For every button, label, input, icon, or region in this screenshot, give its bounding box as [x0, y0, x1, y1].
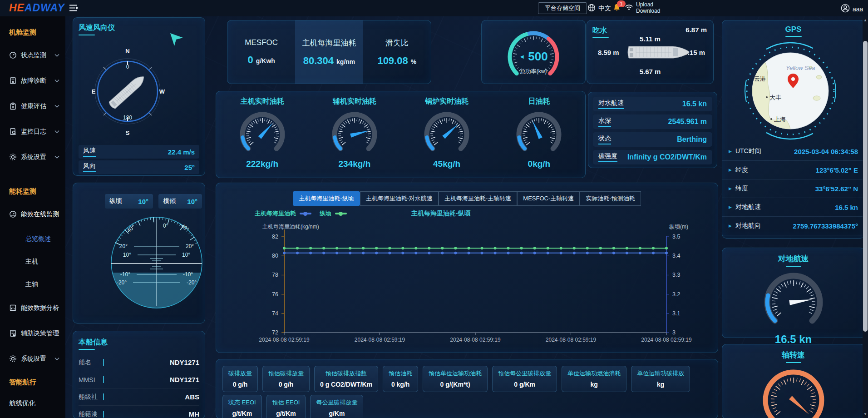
svg-text:76: 76 — [272, 291, 278, 298]
user-menu[interactable]: aaa — [841, 4, 863, 14]
svg-text:3.5: 3.5 — [672, 234, 680, 240]
wind-direction-arrow-icon — [170, 33, 183, 46]
stat-chip-预估每公里碳排放量: 预估每公里碳排放量0 g/Km — [492, 366, 557, 392]
sidebar-subitem-主轴[interactable]: 主轴 — [0, 273, 65, 295]
ship-info-panel: 本船信息 船名NDY1271MMSINDY1271船级社ABS船籍港MH — [73, 331, 205, 418]
svg-text:10°: 10° — [182, 252, 190, 258]
ship-info-row-MMSI: MMSINDY1271 — [79, 371, 199, 388]
wind-compass: N 0 E W 180 S — [73, 31, 205, 147]
page-scrollbar[interactable]: ▲ ▼ — [863, 16, 868, 418]
wind-row-风速: 风速22.4 m/s — [79, 145, 199, 159]
svg-text:3.2: 3.2 — [672, 291, 680, 298]
svg-text:82: 82 — [272, 234, 278, 240]
sidebar-item-能效在线监测[interactable]: 能效在线监测 — [0, 202, 65, 227]
chart-legend: 主机每海里油耗纵顷 — [255, 209, 347, 218]
svg-text:180: 180 — [123, 114, 132, 121]
language-selector[interactable]: 中文 — [587, 4, 611, 13]
svg-text:3.4: 3.4 — [672, 253, 680, 259]
chart-tab-实际油耗-预测油耗[interactable]: 实际油耗-预测油耗 — [580, 191, 641, 206]
chart-tab-MESFOC-主轴转速[interactable]: MESFOC-主轴转速 — [517, 191, 580, 206]
chevron-down-icon — [54, 54, 59, 57]
sidebar-item-故障诊断[interactable]: 故障诊断 — [0, 68, 65, 94]
wifi-icon — [625, 4, 633, 12]
draft-panel-title: 吃水 — [592, 26, 609, 38]
energy-analysis-icon — [9, 304, 17, 312]
gps-row-UTC时间: ▶UTC时间2025-03-04 06:34:58 — [722, 142, 864, 161]
triangle-bullet-icon: ▶ — [729, 149, 732, 154]
sidebar-item-辅助决策管理[interactable]: 辅助决策管理 — [0, 321, 65, 346]
sidebar-item-系统设置[interactable]: 系统设置 — [0, 346, 65, 372]
inclinometer-panel: 纵顷10° 横倾10° 20° 10° -10° -20° 20° — [73, 183, 205, 323]
sidebar-item-系统设置[interactable]: 系统设置 — [0, 144, 65, 170]
nav-info-row-对水航速: 对水航速16.5 kn — [593, 97, 712, 111]
total-power-label: 总功率(kw) — [482, 68, 585, 75]
upload-label: Upload — [636, 1, 660, 8]
svg-text:-10°: -10° — [120, 271, 130, 278]
settings-icon — [9, 355, 17, 363]
compass-s-label: S — [126, 129, 130, 136]
app-logo[interactable]: HEADWAY — [9, 2, 65, 14]
emission-stats-panel: 碳排放量0 g/h预估碳排放量0 g/h预估碳排放指数0 g CO2/DWT/K… — [216, 359, 718, 418]
scroll-down-icon[interactable]: ▼ — [863, 412, 867, 416]
svg-text:大丰: 大丰 — [769, 94, 781, 101]
svg-text:2024-08-08 02:59:19: 2024-08-08 02:59:19 — [641, 337, 692, 343]
draft-panel: 吃水 6.87 m 5.11 m 8.59 m 5.15 m 5.67 m — [587, 20, 714, 84]
sidebar-item-状态监测[interactable]: 状态监测 — [0, 43, 65, 68]
mesfoc-panel: MESFOC0 g/Kwh主机每海里油耗80.304 kg/nm滑失比109.0… — [227, 20, 431, 84]
chart-tab-主机每海里油耗-纵顷[interactable]: 主机每海里油耗-纵顷 — [293, 191, 360, 206]
triangle-bullet-icon: ▶ — [729, 224, 732, 228]
chart-tab-主机每海里油耗-主轴转速[interactable]: 主机每海里油耗-主轴转速 — [439, 191, 517, 206]
shaft-panel-title: 轴转速 — [782, 350, 805, 363]
sidebar-item-健康评估[interactable]: 健康评估 — [0, 94, 65, 119]
svg-text:2024-08-08 02:59:19: 2024-08-08 02:59:19 — [355, 337, 405, 343]
compass-e-label: E — [92, 88, 96, 95]
fuel-gauge-锅炉实时油耗: 锅炉实时油耗45kg/h — [401, 91, 493, 178]
svg-text:3: 3 — [672, 329, 676, 336]
mesfoc-cell-主机每海里油耗: 主机每海里油耗80.304 kg/nm — [295, 20, 363, 84]
decision-icon — [9, 329, 17, 338]
stat-chip-预估碳排放指数: 预估碳排放指数0 g CO2/DWT/Km — [314, 366, 378, 392]
svg-text:0: 0 — [126, 64, 129, 70]
chevron-down-icon — [54, 357, 59, 361]
notifications-button[interactable]: 1 — [613, 3, 621, 13]
storage-space-button[interactable]: 平台存储空间 — [538, 2, 587, 14]
sidebar-subitem-总览概述[interactable]: 总览概述 — [0, 227, 65, 250]
gps-panel-title: GPS — [785, 25, 802, 37]
sidebar-item-航线优化[interactable]: 航线优化 — [0, 393, 65, 413]
menu-toggle-icon[interactable] — [69, 4, 79, 14]
gps-panel: GPS Yellow Sea 云港 大丰 上海 ▶UTC时间2025-03-04… — [722, 20, 865, 239]
ship-info-title: 本船信息 — [79, 338, 108, 350]
legend-item-纵顷[interactable]: 纵顷 — [320, 209, 347, 218]
legend-marker-icon — [300, 213, 311, 214]
ship-info-row-船级社: 船级社ABS — [79, 388, 199, 406]
svg-text:3.3: 3.3 — [672, 272, 680, 278]
draft-above: 5.11 m — [640, 35, 661, 43]
sidebar-subitem-主机[interactable]: 主机 — [0, 250, 65, 273]
svg-text:20°: 20° — [186, 243, 194, 249]
gps-row-经度: ▶经度123°6'5.02" E — [722, 161, 864, 179]
svg-text:-20°: -20° — [117, 279, 127, 286]
svg-text:10°: 10° — [123, 252, 131, 258]
chart-tab-主机每海里油耗-对水航速[interactable]: 主机每海里油耗-对水航速 — [360, 191, 439, 206]
legend-item-主机每海里油耗[interactable]: 主机每海里油耗 — [255, 209, 311, 218]
chart-title: 主机每海里油耗-纵顷 — [411, 209, 471, 218]
sidebar-item-监控日志[interactable]: 监控日志 — [0, 119, 65, 144]
sidebar-item-能效数据分析[interactable]: 能效数据分析 — [0, 295, 65, 321]
svg-text:纵顷(m): 纵顷(m) — [669, 224, 688, 230]
nav-info-panel: 对水航速16.5 kn水深2545.961 m状态Berthing碳强度Infi… — [588, 92, 717, 168]
upload-download-button[interactable]: UploadDownload — [625, 1, 660, 14]
svg-text:-20°: -20° — [187, 279, 197, 286]
svg-text:72: 72 — [272, 329, 278, 336]
svg-text:74: 74 — [272, 310, 278, 317]
stat-chip-碳排放量: 碳排放量0 g/h — [222, 366, 258, 392]
scrollbar-thumb[interactable] — [863, 41, 868, 332]
svg-text:80: 80 — [272, 253, 278, 259]
triangle-bullet-icon: ▶ — [729, 168, 732, 172]
fault-diagnosis-icon — [9, 77, 17, 85]
svg-text:3.1: 3.1 — [672, 310, 680, 317]
scroll-up-icon[interactable]: ▲ — [863, 18, 867, 22]
nav-info-row-水深: 水深2545.961 m — [593, 114, 712, 129]
stat-chip-单位运输功碳排放: 单位运输功碳排放kg — [631, 366, 690, 392]
draft-left: 8.59 m — [598, 49, 619, 56]
globe-icon — [587, 4, 596, 13]
